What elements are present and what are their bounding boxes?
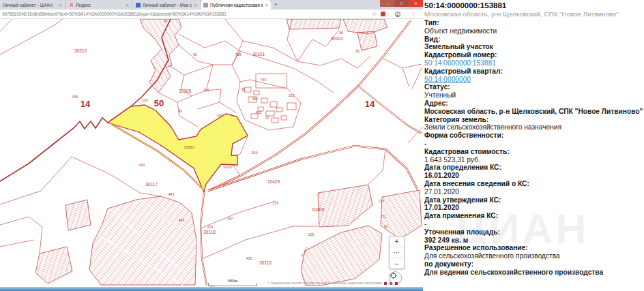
field-value-link[interactable]: 50:14:0000000:153881 xyxy=(424,59,643,67)
map-parcel-label: 30105 xyxy=(179,89,191,94)
tab-cian-account[interactable]: Личный кабинет - ЦИАН ✕ xyxy=(0,0,65,10)
tab-my-objects[interactable]: Личный кабинет - Мои объек... ✕ xyxy=(133,0,201,10)
tab-public-cadastral-map[interactable]: Публичная кадастровая карта ✕ xyxy=(201,0,271,10)
map-parcel-label: 30118 xyxy=(203,230,216,235)
map-parcel-label: 100 xyxy=(203,89,209,92)
plus-icon[interactable] xyxy=(390,282,392,285)
field-label: Дата определения КС: xyxy=(424,164,643,172)
map-parcel-label: 738 xyxy=(235,53,241,57)
window-controls: – □ ✕ xyxy=(380,0,423,7)
field-value: - xyxy=(424,140,643,148)
field-label: по документу: xyxy=(424,260,643,269)
map-parcel-label: 14 xyxy=(80,99,90,108)
tab-bar: Личный кабинет - ЦИАН ✕ Я Яндекс ✕ Личны… xyxy=(0,0,423,10)
map-parcel-label: 226 xyxy=(207,226,213,229)
map-attribution: © Федеральная служба государственной рег… xyxy=(267,281,382,285)
field-value: Для сельскохозяйственного производства xyxy=(424,252,643,260)
close-icon[interactable]: ✕ xyxy=(59,3,62,7)
tab-title: Личный кабинет - Мои объек... xyxy=(143,3,192,7)
more-tools-button[interactable]: ⋯ xyxy=(390,247,404,258)
flag-icon[interactable] xyxy=(384,282,387,285)
field-label: Кадастровая стоимость: xyxy=(424,148,643,156)
scale-line xyxy=(208,283,257,286)
bookmark-star-icon[interactable]: ☆ xyxy=(372,11,377,17)
field-label: Дата утверждения КС: xyxy=(424,196,643,204)
parcel-number-title: 50:14:0000000:153881 xyxy=(424,1,506,10)
map-parcel-label: 482 xyxy=(256,111,261,114)
site-favicon xyxy=(203,3,208,7)
browser-menu-icon[interactable]: ⋮ xyxy=(411,11,416,17)
field-label: Категория земель: xyxy=(424,116,643,124)
field-label: Вид: xyxy=(424,35,643,44)
map-parcel-label: 137 xyxy=(227,217,233,221)
field-label: Статус: xyxy=(424,83,643,91)
zoom-in-button[interactable]: + xyxy=(390,236,404,247)
map-parcel-label: 171 xyxy=(381,215,386,219)
map-parcel-label: 740 xyxy=(261,78,266,82)
url-bar[interactable]: 9675819246/15/@d98mbov9?text=50%3A14%3A0… xyxy=(0,10,423,19)
field-label: Форма собственности: xyxy=(424,132,643,140)
map-parcel-label: 30115 xyxy=(259,261,272,266)
screenshot-root: 5014143021073830101963010193979130105100… xyxy=(0,0,644,291)
minimize-button[interactable]: – xyxy=(380,0,394,7)
tab-title: Личный кабинет - ЦИАН xyxy=(3,3,57,7)
map-parcel-label: 97 xyxy=(265,117,269,120)
browser-chrome: Личный кабинет - ЦИАН ✕ Я Яндекс ✕ Личны… xyxy=(0,0,423,19)
field-value: Учтенный xyxy=(424,91,643,99)
map-parcel-label: 10409 xyxy=(312,208,324,213)
map-parcel-label: 452 xyxy=(252,97,258,101)
profile-icon[interactable] xyxy=(395,12,400,17)
map-parcel-label: 30117 xyxy=(145,183,158,187)
map-parcel-label: 435 xyxy=(246,257,252,260)
map-parcel-label: 50 xyxy=(154,99,164,108)
close-icon[interactable]: ✕ xyxy=(194,3,197,7)
field-value: Земли сельскохозяйственного назначения xyxy=(424,123,643,132)
map-parcel-label: 446 xyxy=(179,219,184,222)
map-parcel-label: 125 xyxy=(379,200,384,203)
field-value-link[interactable]: 50:14:0000000 xyxy=(424,76,643,84)
parcel-info-panel: ЦИАН 50:14:0000000:153881 Московская обл… xyxy=(423,0,644,291)
url-text[interactable]: 9675819246/15/@d98mbov9?text=50%3A14%3A0… xyxy=(2,12,226,16)
map-corner-icons[interactable] xyxy=(384,282,398,285)
parcel-fields: Тип:Объект недвижимостиВид:Земельный уча… xyxy=(424,19,643,277)
close-icon[interactable]: ✕ xyxy=(126,3,129,7)
field-value: 27.01.2020 xyxy=(424,188,643,196)
map-parcel-label: 10429 xyxy=(267,180,280,185)
new-tab-button[interactable]: + xyxy=(272,1,279,8)
site-favicon xyxy=(136,3,141,7)
yandex-favicon: Я xyxy=(69,3,74,7)
zoom-out-button[interactable]: – xyxy=(390,258,404,269)
map-parcel-label: 105 xyxy=(308,233,314,236)
map-zoom-control[interactable]: + ⋯ – xyxy=(389,236,405,269)
map-parcel-label: 443 xyxy=(169,193,174,196)
map-parcel-label: 97 xyxy=(164,20,168,23)
close-window-button[interactable]: ✕ xyxy=(409,0,423,7)
map-parcel-label: 101 xyxy=(217,114,222,117)
field-label: Уточненная площадь: xyxy=(424,228,643,236)
extension-icon[interactable] xyxy=(381,12,385,16)
field-label: Тип: xyxy=(424,19,643,27)
field-label: Дата применения КС: xyxy=(424,212,643,220)
field-label: Адрес: xyxy=(424,99,643,108)
selected-parcel-highlight[interactable] xyxy=(108,105,248,192)
position-target-icon xyxy=(390,272,397,279)
layers-icon[interactable] xyxy=(395,282,398,285)
map-parcel-label: 303 xyxy=(252,151,257,155)
close-icon[interactable]: ✕ xyxy=(265,3,268,7)
field-value: Московская область, р-н Щелковский, СПК … xyxy=(424,108,643,116)
tab-yandex[interactable]: Я Яндекс ✕ xyxy=(66,0,132,10)
field-value: 16.01.2020 xyxy=(424,172,643,180)
field-label: Кадастровый квартал: xyxy=(424,67,643,76)
map-parcel-label: 96 xyxy=(339,31,343,35)
maximize-button[interactable]: □ xyxy=(394,0,409,7)
map-parcel-label: 91 xyxy=(241,88,246,91)
cadastral-map[interactable]: 5014143021073830101963010193979130105100… xyxy=(0,0,423,291)
field-label: Кадастровый номер: xyxy=(424,51,643,59)
map-parcel-label: 30101 xyxy=(331,37,343,42)
map-parcel-label: 14 xyxy=(365,99,375,108)
map-parcel-label: 109 xyxy=(142,99,147,102)
map-parcel-label: 92 xyxy=(384,225,388,228)
map-parcel-label: 99 xyxy=(178,110,182,113)
bottom-blue-strip xyxy=(0,287,423,291)
map-scale-bar: 500м 200 xyxy=(208,279,257,286)
